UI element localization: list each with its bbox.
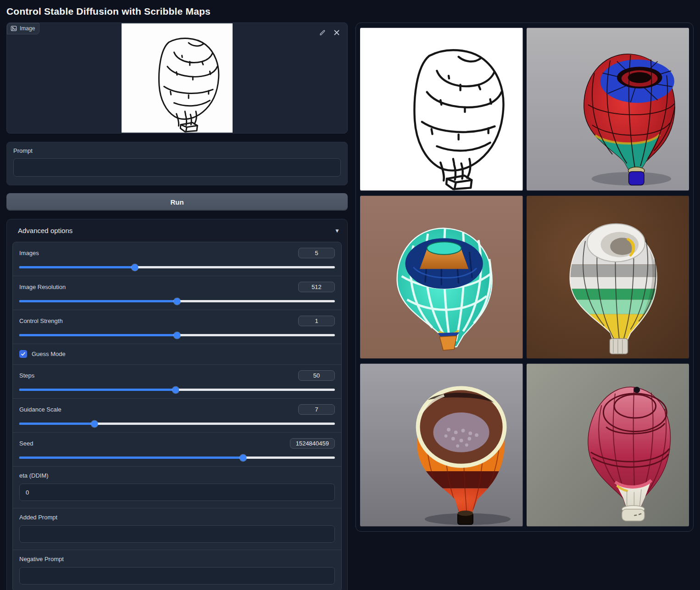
image-resolution-label: Image Resolution (19, 284, 66, 290)
run-button[interactable]: Run (6, 193, 348, 211)
advanced-options-header[interactable]: Advanced options ▼ (12, 225, 342, 236)
seed-slider-thumb[interactable] (240, 454, 247, 461)
guidance-scale-slider[interactable] (19, 423, 335, 425)
eta-ddim-label: eta (DDIM) (19, 472, 335, 479)
negative-prompt-row: Negative Prompt (13, 550, 341, 590)
negative-prompt-label: Negative Prompt (19, 556, 335, 562)
page-title: Control Stable Diffusion with Scribble M… (0, 0, 700, 22)
guidance-scale-slider-row: Guidance Scale 7 (13, 399, 341, 433)
collapse-arrow-icon[interactable]: ▼ (334, 228, 340, 234)
added-prompt-label: Added Prompt (19, 514, 335, 521)
steps-slider[interactable] (19, 389, 335, 391)
guess-mode-row: Guess Mode (13, 344, 341, 365)
added-prompt-input[interactable] (19, 525, 335, 543)
prompt-label: Prompt (13, 147, 341, 154)
images-slider-thumb[interactable] (131, 264, 138, 271)
control-strength-label: Control Strength (19, 317, 63, 324)
image-resolution-slider-thumb[interactable] (174, 298, 181, 305)
edit-icon[interactable] (318, 28, 327, 37)
control-strength-value-input[interactable]: 1 (298, 316, 335, 326)
advanced-options-title: Advanced options (18, 227, 72, 234)
images-slider[interactable] (19, 266, 335, 268)
gallery-item-scribble[interactable] (360, 27, 523, 191)
gallery-item-pink-balloon[interactable] (527, 363, 689, 527)
negative-prompt-input[interactable] (19, 567, 335, 584)
control-strength-slider-row: Control Strength 1 (13, 310, 341, 344)
image-frame-icon (11, 25, 17, 32)
guess-mode-label: Guess Mode (32, 351, 66, 357)
gallery-item-red-balloon[interactable] (527, 27, 689, 191)
image-resolution-value-input[interactable]: 512 (298, 282, 335, 292)
image-resolution-slider-row: Image Resolution 512 (13, 276, 341, 310)
eta-ddim-row: eta (DDIM) (13, 467, 341, 508)
image-label-text: Image (20, 25, 35, 32)
advanced-options-panel: Advanced options ▼ Images 5 Image Resolu… (6, 219, 348, 590)
steps-slider-row: Steps 50 (13, 365, 341, 399)
controls-column: Image Prompt (6, 22, 348, 590)
images-slider-row: Images 5 (13, 242, 341, 276)
main-layout: Image Prompt (0, 22, 700, 590)
control-strength-slider-thumb[interactable] (174, 332, 181, 339)
gallery-item-orange-balloon[interactable] (360, 363, 523, 527)
guess-mode-checkbox[interactable] (19, 350, 27, 358)
output-gallery (356, 22, 694, 532)
gallery-item-teal-balloon[interactable] (360, 195, 523, 359)
checkmark-icon (21, 351, 26, 356)
image-resolution-slider[interactable] (19, 300, 335, 302)
prompt-block: Prompt (6, 142, 348, 185)
image-input-panel[interactable]: Image (6, 22, 348, 134)
seed-slider[interactable] (19, 456, 335, 459)
added-prompt-row: Added Prompt (13, 508, 341, 550)
seed-label: Seed (19, 440, 33, 447)
steps-label: Steps (19, 372, 34, 379)
clear-icon[interactable] (333, 28, 341, 37)
prompt-input[interactable] (13, 158, 341, 177)
advanced-options-group: Images 5 Image Resolution 512 Control St… (12, 242, 342, 590)
gallery-item-white-green-balloon[interactable] (527, 195, 689, 359)
images-label: Images (19, 250, 39, 256)
uploaded-scribble-image (122, 23, 233, 133)
images-value-input[interactable]: 5 (298, 248, 335, 258)
eta-ddim-input[interactable] (19, 484, 335, 501)
steps-slider-thumb[interactable] (172, 386, 179, 393)
guidance-scale-slider-thumb[interactable] (91, 420, 98, 427)
control-strength-slider[interactable] (19, 334, 335, 336)
steps-value-input[interactable]: 50 (298, 370, 335, 381)
seed-slider-row: Seed 1524840459 (13, 433, 341, 467)
image-component-label: Image (7, 23, 39, 34)
guidance-scale-value-input[interactable]: 7 (298, 404, 335, 415)
guidance-scale-label: Guidance Scale (19, 406, 61, 413)
seed-value-input[interactable]: 1524840459 (290, 438, 335, 449)
